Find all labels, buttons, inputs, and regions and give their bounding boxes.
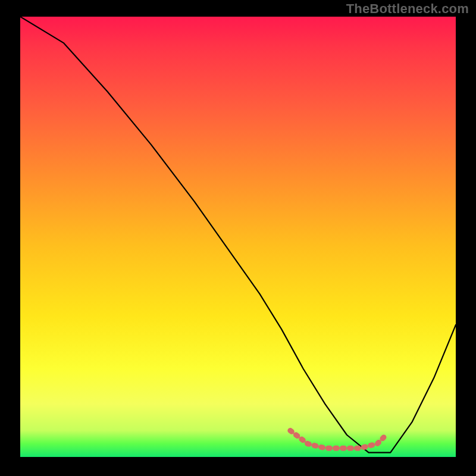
curve-overlay <box>20 17 456 457</box>
bottleneck-curve-path <box>20 17 456 453</box>
optimal-band-path <box>290 431 386 449</box>
chart-frame: TheBottleneck.com <box>0 0 476 476</box>
plot-area <box>20 17 456 457</box>
watermark-text: TheBottleneck.com <box>346 1 469 17</box>
